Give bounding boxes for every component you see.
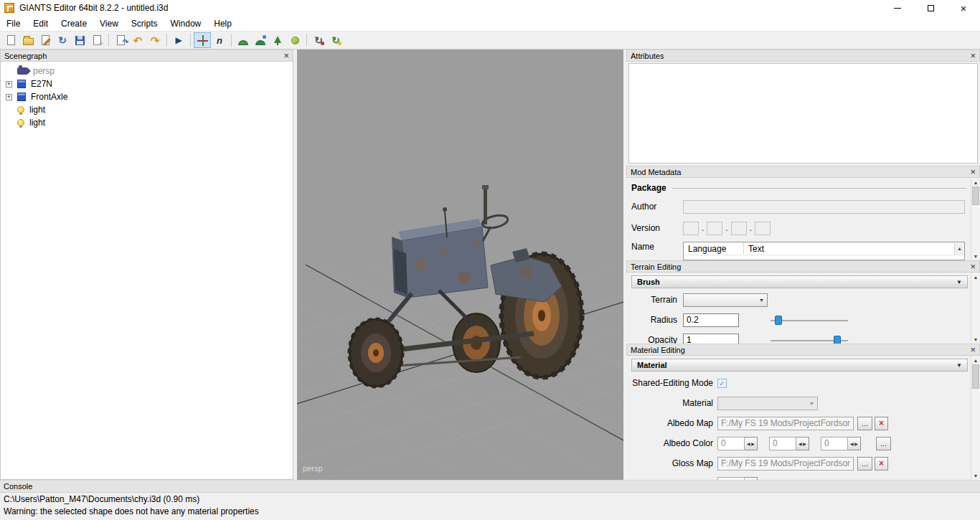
new-script-button[interactable]: ↷ <box>112 32 129 48</box>
menu-help[interactable]: Help <box>207 16 238 31</box>
maximize-button[interactable] <box>914 0 947 16</box>
scenegraph-item-e27n[interactable]: + E27N <box>1 77 293 90</box>
albedo-color-r-field[interactable] <box>717 437 745 450</box>
spinner-arrows-icon[interactable]: ◀ ▶ <box>796 437 809 450</box>
gloss-map-field[interactable] <box>717 457 854 471</box>
menu-view[interactable]: View <box>93 16 125 31</box>
terrain-foliage-button[interactable] <box>269 32 286 48</box>
albedo-map-clear-button[interactable]: × <box>875 417 888 430</box>
radius-field[interactable] <box>683 313 739 327</box>
close-icon[interactable]: × <box>966 263 976 271</box>
close-icon[interactable]: × <box>966 168 976 176</box>
attributes-panel-header: Attributes × <box>626 49 980 62</box>
version-field-patch[interactable] <box>731 222 747 235</box>
scenegraph-item-label: light <box>29 105 45 115</box>
albedo-map-browse-button[interactable]: ... <box>857 417 872 430</box>
close-icon[interactable]: × <box>966 346 976 354</box>
edit-file-button[interactable] <box>37 32 54 48</box>
gloss-map-clear-button[interactable]: × <box>875 457 888 471</box>
expand-icon[interactable]: + <box>6 81 12 88</box>
translate-gizmo-button[interactable] <box>194 32 211 48</box>
menu-create[interactable]: Create <box>55 16 93 31</box>
console-panel-title: Console <box>4 482 32 491</box>
menu-edit[interactable]: Edit <box>27 16 55 31</box>
material-select[interactable]: ▼ <box>717 397 818 410</box>
terrain-select[interactable]: ▼ <box>683 293 768 307</box>
scroll-up-icon[interactable]: ▲ <box>954 243 964 255</box>
scroll-up-icon[interactable]: ▲ <box>971 178 980 186</box>
close-icon[interactable]: × <box>966 52 976 60</box>
reload-shaders-button[interactable]: ↻ <box>310 32 327 48</box>
open-file-button[interactable] <box>19 32 37 48</box>
scroll-down-icon[interactable]: ▼ <box>971 471 980 480</box>
material-section-header[interactable]: Material ▼ <box>631 359 968 372</box>
spinner-arrows-icon[interactable]: ◀ ▶ <box>745 437 758 450</box>
chevron-down-icon: ▼ <box>809 401 814 406</box>
brush-section-header[interactable]: Brush ▼ <box>631 275 968 288</box>
language-column-header: Language <box>684 242 744 255</box>
slider-track <box>771 320 848 321</box>
minimize-button[interactable] <box>881 0 914 16</box>
material-scrollbar[interactable]: ▲ ▼ <box>971 356 980 480</box>
scroll-down-icon[interactable]: ▼ <box>971 335 980 344</box>
name-localization-table[interactable]: Language Text ▲ <box>683 242 965 260</box>
terrain-paint-icon <box>255 34 266 46</box>
package-label: Package <box>631 183 672 193</box>
viewport-canvas[interactable] <box>297 49 623 480</box>
scroll-up-icon[interactable]: ▲ <box>971 356 980 364</box>
menu-file[interactable]: File <box>0 16 27 31</box>
author-field[interactable] <box>683 200 965 214</box>
scroll-up-icon[interactable]: ▲ <box>971 273 980 281</box>
save-button[interactable] <box>71 32 88 48</box>
camera-icon <box>17 67 28 75</box>
metadata-scrollbar[interactable]: ▲ ▼ <box>971 178 980 260</box>
scrollbar-thumb[interactable] <box>972 364 979 389</box>
local-mode-button[interactable]: n <box>211 32 228 48</box>
spinner-arrows-icon[interactable]: ◀ ▶ <box>848 437 861 450</box>
chevron-down-icon: ▼ <box>956 279 962 285</box>
radius-slider[interactable] <box>771 313 848 327</box>
albedo-color-picker-button[interactable]: ... <box>876 437 891 450</box>
slider-thumb[interactable] <box>775 316 782 325</box>
opacity-slider[interactable] <box>771 334 848 344</box>
version-field-build[interactable] <box>755 222 771 235</box>
redo-button[interactable]: ↷ <box>146 32 164 48</box>
version-field-minor[interactable] <box>707 222 722 235</box>
right-panel-column: Attributes × Mod Metadata × Package <box>626 49 980 480</box>
albedo-color-b-field[interactable] <box>821 437 848 450</box>
scrollbar-thumb[interactable] <box>972 186 979 205</box>
albedo-color-g-field[interactable] <box>769 437 796 450</box>
opacity-field[interactable] <box>683 334 739 344</box>
new-file-button[interactable] <box>2 32 19 48</box>
terrain-sculpt-button[interactable] <box>235 32 252 48</box>
reload-scripts-button[interactable]: ↻ <box>327 32 344 48</box>
reload-button[interactable]: ↻ <box>54 32 71 48</box>
shared-editing-mode-checkbox[interactable]: ✓ <box>717 379 727 388</box>
scenegraph-item-frontaxle[interactable]: + FrontAxle <box>1 90 293 103</box>
albedo-map-field[interactable] <box>717 417 854 430</box>
main-area: Scenegraph × persp + E27N + FrontAxle <box>0 49 980 480</box>
terrain-editing-content: Brush ▼ Terrain ▼ Radius <box>626 273 971 344</box>
scroll-down-icon[interactable]: ▼ <box>971 252 980 260</box>
scenegraph-item-persp[interactable]: persp <box>1 65 293 77</box>
scenegraph-item-light-2[interactable]: light <box>1 116 293 129</box>
menu-window[interactable]: Window <box>164 16 208 31</box>
play-button[interactable]: ▶ <box>170 32 187 48</box>
close-icon[interactable]: × <box>279 52 289 60</box>
terrain-label: Terrain <box>631 295 683 305</box>
export-button[interactable]: → <box>88 32 105 48</box>
mod-metadata-panel-header: Mod Metadata × <box>626 166 980 178</box>
undo-button[interactable]: ↶ <box>129 32 146 48</box>
terrain-detail-button[interactable] <box>286 32 303 48</box>
terrain-paint-button[interactable] <box>252 32 269 48</box>
close-button[interactable]: × <box>947 0 980 16</box>
terrain-scrollbar[interactable]: ▲ ▼ <box>971 273 980 344</box>
gloss-map-browse-button[interactable]: ... <box>857 457 872 471</box>
menu-scripts[interactable]: Scripts <box>125 16 164 31</box>
expand-icon[interactable]: + <box>6 94 12 100</box>
scenegraph-item-light-1[interactable]: light <box>1 103 293 116</box>
toolbar-separator <box>306 34 307 47</box>
viewport-3d[interactable]: persp <box>297 49 623 480</box>
slider-thumb[interactable] <box>834 336 841 344</box>
version-field-major[interactable] <box>683 222 699 235</box>
